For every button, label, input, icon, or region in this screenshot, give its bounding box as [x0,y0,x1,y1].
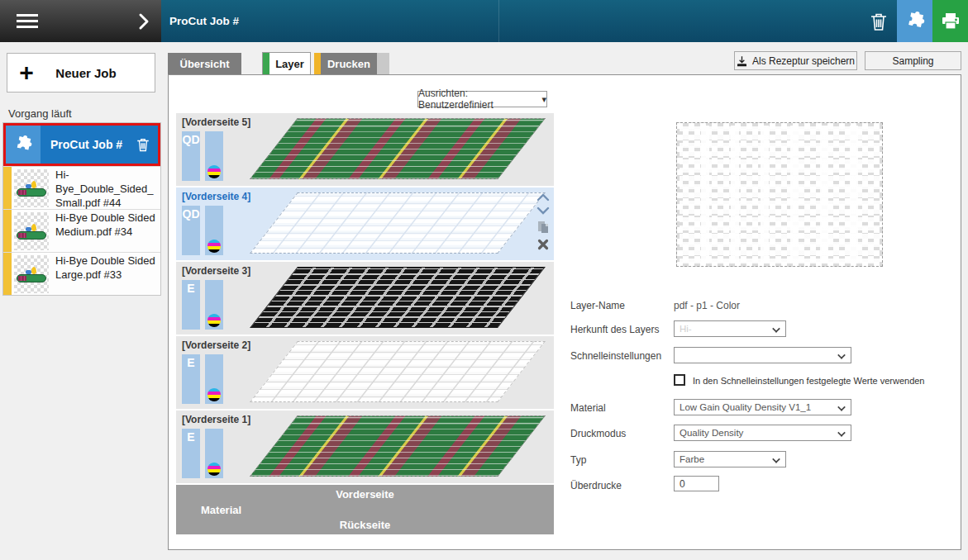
print-mode-dropdown[interactable]: Quality Density [674,425,851,441]
print-module-button[interactable] [932,0,968,42]
caret-down-icon [541,93,546,105]
job-sidebar: Neuer Job Vorgang läuft ProCut Job # [0,42,161,560]
job-thumbnail [14,169,49,207]
layer-label: [Vorderseite 3] [182,265,250,277]
print-mode-badge: QD [182,131,200,181]
layer-row-vorderseite-4[interactable]: [Vorderseite 4] QD [176,187,554,260]
layer-row-vorderseite-3[interactable]: [Vorderseite 3] E [176,262,554,335]
chevron-down-icon [772,455,780,463]
overprints-label: Überdrucke [570,480,622,491]
move-layer-up-icon[interactable] [536,192,550,202]
app-window: ProCut Job # Neuer Job Vorgan [0,0,968,560]
front-side-label: Vorderseite [176,485,554,501]
color-channel-bar [205,354,223,404]
chevron-down-icon [837,429,846,437]
layer-name-value: pdf - p1 - Color [674,300,740,311]
selected-job-name: ProCut Job # [50,138,136,151]
layer-thumbnail [250,415,546,477]
color-channel-bar [205,131,223,181]
job-list: ProCut Job # Hi-Bye_Double_Sided_Small.p… [2,122,161,296]
print-mode-label: Druckmodus [570,428,626,439]
plus-icon [7,55,45,91]
job-thumbnail [14,212,49,250]
job-item[interactable]: Hi-Bye Double Sided Large.pdf #33 [3,252,160,295]
type-value: Farbe [680,454,704,464]
align-dropdown[interactable]: Ausrichten: Benutzerdefiniert [417,91,547,107]
sampling-label: Sampling [892,55,933,67]
puzzle-icon [6,126,41,164]
overprints-input[interactable]: 0 [674,476,719,491]
job-item[interactable]: Hi-Bye Double Sided Medium.pdf #34 [3,209,160,252]
layer-row-actions [536,192,550,250]
download-icon [737,55,747,67]
use-quick-settings-label: In den Schnelleinstellungen festgelegte … [693,376,966,386]
layer-origin-dropdown[interactable]: Hi- [674,320,786,337]
new-job-button[interactable]: Neuer Job [7,53,155,93]
layer-preview-image [676,122,883,267]
procut-module-button[interactable] [897,0,932,42]
layer-row-vorderseite-1[interactable]: [Vorderseite 1] E [176,411,554,483]
job-thumbnail [14,255,49,293]
tab-yellow-stripe [314,53,321,74]
back-side-label: Rückseite [176,519,554,531]
sampling-button[interactable]: Sampling [865,51,961,70]
thumb-flame [31,267,36,274]
job-title: ProCut Job # [169,15,239,27]
job-name: Hi-Bye_Double_Sided_Small.pdf #44 [50,167,160,209]
cmyk-icon [207,463,221,476]
header-menu-area [0,0,161,42]
thumb-blocks [18,276,26,281]
new-job-label: Neuer Job [45,66,155,80]
type-dropdown[interactable]: Farbe [674,451,786,467]
print-mode-value: Quality Density [680,428,743,438]
collapse-chevron-icon[interactable] [138,12,150,31]
layer-label: [Vorderseite 2] [182,339,250,351]
color-channel-bar [205,206,223,255]
chevron-down-icon [837,351,846,359]
delete-layer-icon[interactable] [537,239,549,250]
layer-label: [Vorderseite 4] [182,191,250,202]
move-layer-down-icon[interactable] [536,206,550,216]
thumb-dot [26,184,31,188]
color-channel-bar [205,280,223,330]
print-mode-badge: E [182,354,200,404]
tab-layer[interactable]: Layer [262,52,311,75]
tab-layer-label: Layer [275,58,304,70]
tab-stub [377,53,389,74]
chevron-down-icon [837,403,846,411]
thumb-dot [26,270,31,274]
quick-settings-dropdown[interactable] [674,347,851,363]
cmyk-icon [207,314,221,327]
tab-uebersicht[interactable]: Übersicht [168,53,241,74]
hamburger-menu-icon[interactable] [17,14,38,17]
job-item[interactable]: Hi-Bye_Double_Sided_Small.pdf #44 [3,166,160,209]
layer-origin-value: Hi- [680,324,692,334]
job-status-stripe [3,210,12,252]
duplicate-layer-icon[interactable] [536,221,550,234]
header-bar: ProCut Job # [0,0,968,42]
layer-label: [Vorderseite 1] [182,414,250,425]
thumb-blocks [18,233,26,238]
thumb-dot [26,227,31,231]
job-item-selected[interactable]: ProCut Job # [3,123,160,166]
material-dropdown[interactable]: Low Gain Quality Density V1_1 [674,399,851,415]
print-mode-badge: QD [182,206,200,255]
job-name: Hi-Bye Double Sided Large.pdf #33 [50,253,160,295]
layer-row-vorderseite-2[interactable]: [Vorderseite 2] E [176,336,554,409]
use-quick-settings-checkbox[interactable] [674,374,685,386]
tab-drucken[interactable]: Drucken [314,53,377,74]
layer-row-vorderseite-5[interactable]: [Vorderseite 5] QD [176,113,554,186]
material-value: Low Gain Quality Density V1_1 [680,402,811,412]
layer-thumbnail [250,267,546,328]
quick-settings-label: Schnelleinstellungen [570,350,661,362]
layer-origin-label: Herkunft des Layers [570,324,659,335]
job-name: Hi-Bye Double Sided Medium.pdf #34 [50,210,160,252]
color-channel-bar [205,429,223,478]
print-mode-badge: E [182,429,200,478]
job-trash-icon[interactable] [136,136,150,153]
save-recipe-button[interactable]: Als Rezeptur speichern [734,51,857,70]
job-status-stripe [3,253,12,295]
layer-label: [Vorderseite 5] [182,116,250,128]
overprints-value: 0 [680,478,685,490]
delete-job-button[interactable] [860,0,897,42]
